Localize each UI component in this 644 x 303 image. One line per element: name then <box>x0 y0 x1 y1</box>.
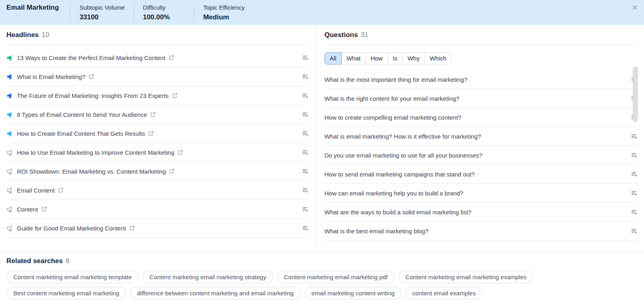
headlines-list: 13 Ways to Create the Perfect Email Mark… <box>6 45 309 238</box>
external-link-icon[interactable] <box>172 93 178 98</box>
stat-value: 33100 <box>79 12 125 22</box>
headline-link[interactable]: How to Create Email Content That Gets Re… <box>17 130 145 137</box>
headline-row: Guide for Good Email Marketing Content <box>6 219 309 238</box>
question-filter-tab[interactable]: Why <box>402 52 425 64</box>
related-searches-section: Related searches 8 Content marketing ema… <box>0 252 644 299</box>
questions-list: What is the most important thing for ema… <box>324 70 638 241</box>
add-to-list-icon[interactable] <box>631 152 638 159</box>
question-text[interactable]: What is the right content for your email… <box>324 95 459 102</box>
scrollbar-thumb[interactable] <box>633 66 638 122</box>
add-to-list-icon[interactable] <box>302 225 309 232</box>
megaphone-icon <box>6 92 13 99</box>
external-link-icon[interactable] <box>169 168 175 174</box>
add-to-list-icon[interactable] <box>302 92 309 99</box>
related-search-pill[interactable]: Content marketing email marketing strate… <box>142 271 273 283</box>
question-text[interactable]: What is the best email marketing blog? <box>324 228 428 235</box>
question-row: How to create compelling email marketing… <box>324 108 638 127</box>
question-row: What are the ways to build a solid email… <box>324 203 638 222</box>
external-link-icon[interactable] <box>41 206 47 212</box>
megaphone-icon <box>6 111 13 118</box>
add-to-list-icon[interactable] <box>631 171 638 178</box>
close-button[interactable]: ✕ <box>631 3 638 13</box>
add-to-list-icon[interactable] <box>302 130 309 137</box>
question-text[interactable]: What is the most important thing for ema… <box>324 76 467 83</box>
headline-link[interactable]: How to Use Email Marketing to Improve Co… <box>17 149 174 156</box>
add-to-list-icon[interactable] <box>631 209 638 216</box>
question-filter-tab[interactable]: All <box>324 52 342 64</box>
question-text[interactable]: How to send email marketing campaigns th… <box>324 171 475 178</box>
megaphone-icon <box>6 54 13 61</box>
headline-row: Email Content <box>6 181 309 200</box>
headline-row: Content <box>6 200 309 219</box>
headline-row: 13 Ways to Create the Perfect Email Mark… <box>6 48 309 67</box>
stat-value: Medium <box>203 12 246 22</box>
related-searches-header: Related searches 8 <box>6 252 638 270</box>
related-search-pill[interactable]: Best content marketing email marketing <box>6 287 126 299</box>
headlines-count: 10 <box>41 31 49 39</box>
related-searches-list: Content marketing email marketing templa… <box>6 270 638 299</box>
headline-row: ROI Showdown: Email Marketing vs. Conten… <box>6 162 309 181</box>
megaphone-icon <box>6 168 13 175</box>
question-text[interactable]: Do you use email marketing to use for al… <box>324 152 483 159</box>
questions-header: Questions 31 <box>324 25 638 45</box>
external-link-icon[interactable] <box>169 55 174 60</box>
external-link-icon[interactable] <box>178 149 183 155</box>
headline-link[interactable]: The Future of Email Marketing: Insights … <box>17 92 169 99</box>
question-filter-tab[interactable]: What <box>341 52 366 64</box>
question-row: What is email marketing? How is it effec… <box>324 127 638 146</box>
megaphone-icon <box>6 130 13 137</box>
related-search-pill[interactable]: Content marketing email marketing templa… <box>6 271 138 283</box>
add-to-list-icon[interactable] <box>631 190 638 197</box>
headline-link[interactable]: Guide for Good Email Marketing Content <box>17 225 126 232</box>
headline-link[interactable]: ROI Showdown: Email Marketing vs. Conten… <box>17 168 166 175</box>
megaphone-icon <box>6 187 13 194</box>
headlines-panel: Headlines 10 13 Ways to Create the Perfe… <box>0 25 315 252</box>
add-to-list-icon[interactable] <box>302 149 309 156</box>
megaphone-icon <box>6 149 13 156</box>
add-to-list-icon[interactable] <box>302 168 309 175</box>
topic-stat: Subtopic Volume 33100 <box>70 4 134 22</box>
megaphone-icon <box>6 225 13 232</box>
add-to-list-icon[interactable] <box>302 187 309 194</box>
add-to-list-icon[interactable] <box>302 111 309 118</box>
headline-link[interactable]: What is Email Marketing? <box>17 73 85 80</box>
question-filter-tab[interactable]: Which <box>424 52 452 64</box>
question-row: What is the best email marketing blog? <box>324 222 638 241</box>
topic-stat: Topic Efficiency Medium <box>194 4 254 22</box>
related-searches-title: Related searches <box>6 257 63 265</box>
stat-value: 100.00% <box>143 12 185 22</box>
questions-count: 31 <box>361 31 368 39</box>
related-search-pill[interactable]: content email examples <box>405 287 483 299</box>
question-row: Do you use email marketing to use for al… <box>324 146 638 165</box>
topic-title: Email Marketing <box>6 4 70 12</box>
related-search-pill[interactable]: difference between content marketing and… <box>130 287 300 299</box>
related-search-pill[interactable]: Content marketing email marketing exampl… <box>398 271 533 283</box>
headline-link[interactable]: 8 Types of Email Content to Send Your Au… <box>17 111 147 118</box>
external-link-icon[interactable] <box>148 131 154 136</box>
topic-stat: Difficulty 100.00% <box>134 4 194 22</box>
add-to-list-icon[interactable] <box>302 206 309 213</box>
question-filter-tab[interactable]: How <box>365 52 388 64</box>
topic-header: Email Marketing Subtopic Volume 33100 Di… <box>0 0 644 25</box>
add-to-list-icon[interactable] <box>631 228 638 235</box>
add-to-list-icon[interactable] <box>631 133 638 140</box>
external-link-icon[interactable] <box>58 187 64 193</box>
headline-row: What is Email Marketing? <box>6 67 309 86</box>
question-filter-tab[interactable]: Is <box>388 52 403 64</box>
question-text[interactable]: What are the ways to build a solid email… <box>324 209 471 216</box>
external-link-icon[interactable] <box>150 112 156 117</box>
question-text[interactable]: How can email marketing help you to buil… <box>324 190 463 197</box>
add-to-list-icon[interactable] <box>302 54 309 61</box>
question-text[interactable]: What is email marketing? How is it effec… <box>324 133 481 140</box>
add-to-list-icon[interactable] <box>302 73 309 80</box>
headline-link[interactable]: Content <box>17 206 38 213</box>
headline-row: How to Use Email Marketing to Improve Co… <box>6 143 309 162</box>
questions-panel: Questions 31 All What How Is Why Which W… <box>316 25 644 252</box>
related-search-pill[interactable]: email marketing content writing <box>305 287 402 299</box>
headline-link[interactable]: Email Content <box>17 187 55 194</box>
question-text[interactable]: How to create compelling email marketing… <box>324 114 461 121</box>
headline-link[interactable]: 13 Ways to Create the Perfect Email Mark… <box>17 54 165 61</box>
external-link-icon[interactable] <box>89 74 94 79</box>
external-link-icon[interactable] <box>129 225 135 231</box>
related-search-pill[interactable]: Content marketing email marketing pdf <box>277 271 394 283</box>
